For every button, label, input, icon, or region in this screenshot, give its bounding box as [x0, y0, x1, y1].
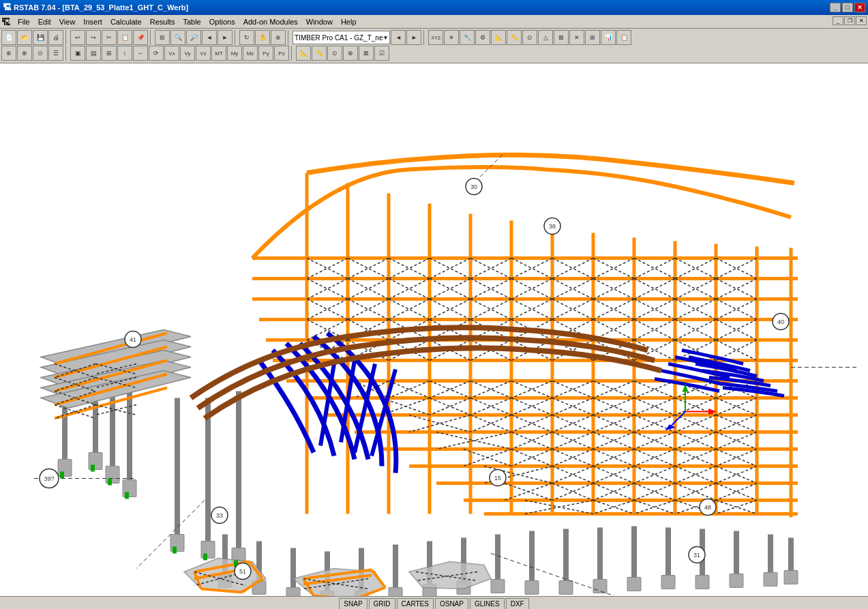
r2-btn16[interactable]: Mz [243, 46, 258, 61]
menu-item-calculate[interactable]: Calculate [106, 16, 146, 27]
open-button[interactable]: 📂 [17, 30, 32, 45]
zoom-in-button[interactable]: 🔍 [170, 30, 185, 45]
redo-button[interactable]: ↪ [86, 30, 101, 45]
more-btn2[interactable]: ⊗ [444, 30, 459, 45]
zoom-out-button[interactable]: 🔎 [186, 30, 201, 45]
copy-button[interactable]: 📋 [117, 30, 132, 45]
menu-item-insert[interactable]: Insert [79, 16, 106, 27]
close-button[interactable]: ✕ [854, 3, 865, 12]
main-viewport[interactable]: 30 38 40 41 48 39? 33 31 40 51 15 [0, 63, 868, 596]
r2-btn18[interactable]: Pz [274, 46, 289, 61]
more-btn6[interactable]: 📏 [507, 30, 522, 45]
svg-text:41: 41 [130, 336, 136, 343]
svg-rect-302 [730, 574, 743, 588]
r2-btn14[interactable]: MT [211, 46, 226, 61]
paste-button[interactable]: 📌 [133, 30, 148, 45]
3d-viewport[interactable]: 30 38 40 41 48 39? 33 31 40 51 15 [0, 63, 868, 596]
svg-rect-303 [764, 573, 777, 586]
toolbar-row-1: 📄 📂 💾 🖨 ↩ ↪ ✂ 📋 📌 ⊞ 🔍 🔎 ◄ ► ↻ ✋ ⊕ TIMBER… [1, 30, 867, 45]
more-btn8[interactable]: △ [538, 30, 553, 45]
zoom-prev-button[interactable]: ◄ [202, 30, 217, 45]
undo-button[interactable]: ↩ [70, 30, 85, 45]
minimize-button[interactable]: _ [830, 3, 841, 12]
r2-btn1[interactable]: ⊕ [1, 46, 16, 61]
menu-item-options[interactable]: Options [205, 16, 239, 27]
r2-btn4[interactable]: ☰ [48, 46, 63, 61]
r2-btn9[interactable]: ↔ [133, 46, 148, 61]
r2-btn22[interactable]: ⊗ [343, 46, 358, 61]
menu-item-file[interactable]: File [14, 16, 34, 27]
osnap-button[interactable]: OSNAP [435, 598, 468, 609]
menu-item-window[interactable]: Window [302, 16, 337, 27]
grid-button[interactable]: GRID [369, 598, 395, 609]
svg-rect-297 [559, 581, 573, 595]
svg-text:31: 31 [693, 552, 700, 559]
load-case-dropdown[interactable]: TIMBER Pro CA1 - GZ_T_ne ▼ [293, 31, 390, 44]
r2-btn15[interactable]: My [227, 46, 242, 61]
app-menu-icon: 🏗 [1, 16, 11, 27]
r2-btn23[interactable]: ⊠ [359, 46, 374, 61]
pan-button[interactable]: ✋ [255, 30, 270, 45]
app-close-btn[interactable]: ✕ [856, 16, 867, 25]
zoom-next-button[interactable]: ► [218, 30, 233, 45]
select-button[interactable]: ⊕ [271, 30, 286, 45]
cartes-button[interactable]: CARTES [397, 598, 434, 609]
more-btn4[interactable]: ⚙ [475, 30, 490, 45]
maximize-button[interactable]: □ [842, 3, 853, 12]
cut-button[interactable]: ✂ [102, 30, 117, 45]
app-window-controls: _ ❐ ✕ [831, 15, 868, 27]
snap-button[interactable]: SNAP [339, 598, 367, 609]
r2-btn5[interactable]: ▣ [70, 46, 85, 61]
app-icon: 🏗 [3, 3, 11, 12]
r2-btn21[interactable]: ⊙ [327, 46, 342, 61]
app-minimize-btn[interactable]: _ [833, 16, 843, 25]
menu-item-addon[interactable]: Add-on Modules [239, 16, 302, 27]
r2-btn24[interactable]: ☑ [374, 46, 389, 61]
r2-btn12[interactable]: Vy [180, 46, 195, 61]
more-btn12[interactable]: 📊 [601, 30, 616, 45]
more-btn9[interactable]: ⊠ [554, 30, 569, 45]
more-btn10[interactable]: ✕ [569, 30, 584, 45]
svg-rect-296 [525, 581, 539, 595]
more-btn1[interactable]: XYZ [428, 30, 443, 45]
title-bar-left: 🏗 RSTAB 7.04 - [BTA_29_53_Platte1_GHT_C_… [3, 3, 188, 12]
more-btn5[interactable]: 📐 [491, 30, 506, 45]
prev-load-button[interactable]: ◄ [391, 30, 406, 45]
more-btn13[interactable]: 📋 [616, 30, 631, 45]
toolbar-area: 📄 📂 💾 🖨 ↩ ↪ ✂ 📋 📌 ⊞ 🔍 🔎 ◄ ► ↻ ✋ ⊕ TIMBER… [0, 29, 868, 63]
r2-btn3[interactable]: ⊙ [33, 46, 48, 61]
r2-btn19[interactable]: 📐 [296, 46, 311, 61]
r2-btn17[interactable]: Py [258, 46, 273, 61]
glines-button[interactable]: GLINES [470, 598, 505, 609]
menu-item-help[interactable]: Help [337, 16, 361, 27]
svg-rect-301 [695, 576, 709, 589]
menu-item-edit[interactable]: Edit [34, 16, 55, 27]
menu-item-results[interactable]: Results [146, 16, 179, 27]
print-button[interactable]: 🖨 [48, 30, 63, 45]
sep4 [288, 30, 290, 45]
r2-btn20[interactable]: 📏 [312, 46, 327, 61]
r2-btn10[interactable]: ⟳ [149, 46, 164, 61]
dxf-button[interactable]: DXF [506, 598, 529, 609]
menu-item-table[interactable]: Table [179, 16, 205, 27]
more-btn11[interactable]: ⊞ [585, 30, 600, 45]
r2-btn7[interactable]: ⊞ [102, 46, 117, 61]
next-load-button[interactable]: ► [406, 30, 421, 45]
r2-btn13[interactable]: Vz [196, 46, 211, 61]
sep2 [150, 30, 153, 45]
r2-btn11[interactable]: Vx [164, 46, 179, 61]
more-btn7[interactable]: ⊙ [522, 30, 537, 45]
more-btn3[interactable]: 🔧 [460, 30, 475, 45]
r2-btn2[interactable]: ⊗ [17, 46, 32, 61]
svg-rect-299 [627, 578, 641, 591]
toolbar-row-2: ⊕ ⊗ ⊙ ☰ ▣ ▤ ⊞ ↕ ↔ ⟳ Vx Vy Vz MT My Mz Py… [1, 46, 867, 61]
save-button[interactable]: 💾 [33, 30, 48, 45]
r2-btn8[interactable]: ↕ [117, 46, 132, 61]
r2-btn6[interactable]: ▤ [86, 46, 101, 61]
app-restore-btn[interactable]: ❐ [844, 16, 855, 25]
menu-item-view[interactable]: View [55, 16, 80, 27]
svg-text:48: 48 [704, 504, 711, 511]
new-button[interactable]: 📄 [1, 30, 16, 45]
zoom-all-button[interactable]: ⊞ [155, 30, 170, 45]
rotate-button[interactable]: ↻ [239, 30, 254, 45]
